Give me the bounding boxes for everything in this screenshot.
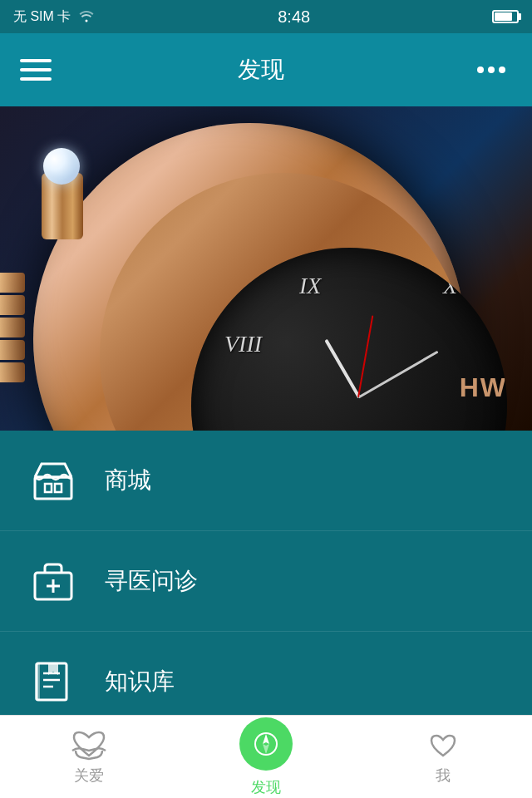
menu-section: 商城 寻医问诊 — [0, 431, 532, 732]
status-right — [492, 10, 519, 23]
svg-rect-1 — [45, 484, 52, 492]
status-left: 无 SIM 卡 — [13, 7, 96, 27]
tab-bar: 关爱 发现 我 — [0, 715, 532, 798]
watch-brand: HW — [460, 372, 507, 403]
roman-numeral-9: IX — [299, 273, 321, 299]
tab-me[interactable]: 我 — [355, 729, 532, 786]
watch-second-hand — [357, 315, 373, 397]
menu-item-medical[interactable]: 寻医问诊 — [0, 531, 532, 632]
compass-icon — [253, 731, 279, 757]
tab-care[interactable]: 关爱 — [0, 729, 177, 786]
nav-title: 发现 — [238, 54, 284, 86]
knowledge-icon — [27, 655, 80, 708]
wifi-icon — [77, 7, 96, 27]
care-icon — [71, 729, 107, 761]
svg-rect-8 — [35, 663, 40, 700]
watch-minute-hand — [358, 351, 439, 399]
tab-me-label: 我 — [436, 766, 451, 786]
svg-marker-14 — [263, 744, 269, 754]
status-time: 8:48 — [278, 7, 310, 27]
battery-icon — [492, 10, 519, 23]
medical-label: 寻医问诊 — [105, 565, 198, 597]
more-options-icon[interactable] — [470, 57, 512, 83]
roman-numeral-8: VIII — [224, 331, 262, 357]
heart-icon — [426, 729, 460, 761]
tab-discover[interactable]: 发现 — [177, 717, 354, 797]
shop-label: 商城 — [105, 465, 151, 496]
status-bar: 无 SIM 卡 8:48 — [0, 0, 532, 33]
tab-discover-label: 发现 — [251, 777, 281, 797]
nav-bar: 发现 — [0, 33, 532, 106]
medical-icon — [27, 554, 80, 608]
watch-hour-hand — [324, 339, 360, 398]
roman-numeral-10: X — [443, 273, 457, 299]
hamburger-menu-icon[interactable] — [20, 59, 52, 81]
knowledge-label: 知识库 — [105, 666, 175, 697]
discover-button[interactable] — [239, 717, 293, 771]
svg-marker-13 — [263, 734, 269, 744]
hero-image: IX X VIII HW — [0, 106, 532, 431]
shop-icon — [27, 454, 80, 507]
carrier-text: 无 SIM 卡 — [13, 8, 71, 26]
svg-rect-2 — [55, 484, 62, 492]
watch-illustration: IX X VIII HW — [0, 106, 532, 431]
tab-care-label: 关爱 — [74, 766, 104, 786]
menu-item-shop[interactable]: 商城 — [0, 431, 532, 531]
